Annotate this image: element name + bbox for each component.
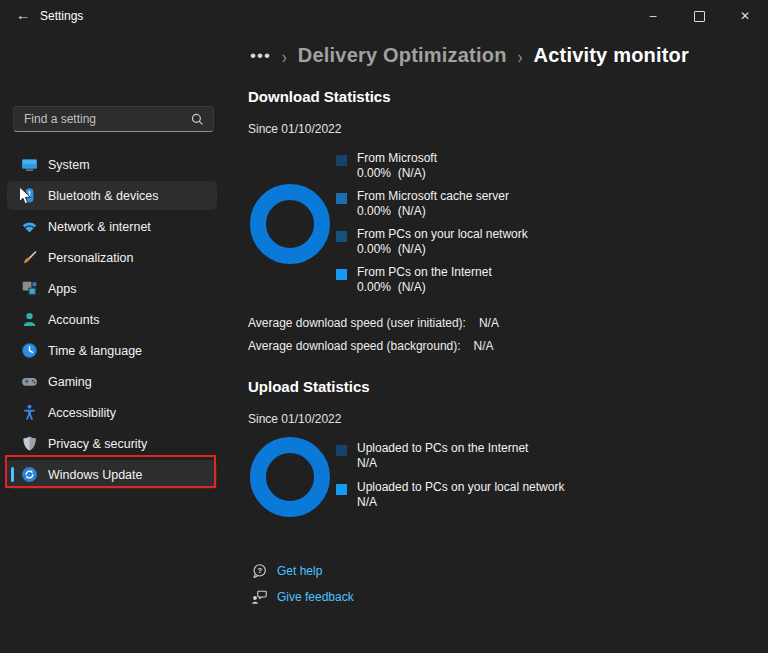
sidebar-item-accessibility[interactable]: Accessibility [7, 398, 217, 427]
upload-donut-chart [250, 437, 330, 517]
windows-update-icon [21, 466, 38, 483]
sidebar-nav: System Bluetooth & devices Network & int… [7, 150, 217, 491]
sidebar-item-label: Windows Update [48, 468, 143, 482]
sidebar-item-label: Privacy & security [48, 437, 147, 451]
sidebar-item-label: Bluetooth & devices [48, 189, 159, 203]
breadcrumb-overflow-button[interactable]: ••• [250, 47, 271, 64]
wifi-icon [21, 218, 38, 235]
sidebar-item-personalization[interactable]: Personalization [7, 243, 217, 272]
selected-indicator [11, 467, 14, 482]
avg-download-background: Average download speed (background):N/A [248, 339, 494, 353]
main-content: ••• › Delivery Optimization › Activity m… [246, 0, 762, 653]
chevron-right-icon: › [282, 45, 287, 65]
accessibility-person-icon [21, 404, 38, 421]
legend-item: From Microsoft0.00% (N/A) [336, 151, 756, 181]
upload-statistics-title: Upload Statistics [248, 378, 370, 395]
svg-text:?: ? [257, 566, 262, 575]
legend-item: From PCs on the Internet0.00% (N/A) [336, 265, 756, 295]
window-title: Settings [40, 0, 83, 32]
legend-item: Uploaded to PCs on your local networkN/A [336, 480, 756, 510]
legend-label: From Microsoft cache server [357, 189, 509, 204]
legend-swatch [336, 269, 347, 280]
back-button[interactable]: ← [8, 0, 38, 30]
legend-value: N/A [357, 456, 528, 471]
paintbrush-icon [21, 249, 38, 266]
legend-swatch [336, 193, 347, 204]
sidebar-item-label: Accounts [48, 313, 99, 327]
sidebar-item-system[interactable]: System [7, 150, 217, 179]
legend-label: From PCs on your local network [357, 227, 528, 242]
sidebar-item-label: System [48, 158, 90, 172]
sidebar-item-accounts[interactable]: Accounts [7, 305, 217, 334]
avg-download-user-initiated: Average download speed (user initiated):… [248, 316, 499, 330]
legend-item: From PCs on your local network0.00% (N/A… [336, 227, 756, 257]
sidebar-item-label: Accessibility [48, 406, 116, 420]
legend-swatch [336, 155, 347, 166]
sidebar-item-gaming[interactable]: Gaming [7, 367, 217, 396]
sidebar-item-windows-update[interactable]: Windows Update [7, 460, 217, 489]
bluetooth-icon [21, 187, 38, 204]
upload-since-date: Since 01/10/2022 [248, 412, 341, 426]
get-help-label: Get help [277, 564, 322, 578]
legend-item: Uploaded to PCs on the InternetN/A [336, 441, 756, 471]
give-feedback-link[interactable]: Give feedback [251, 587, 354, 607]
sidebar-item-label: Time & language [48, 344, 142, 358]
download-statistics-title: Download Statistics [248, 88, 391, 105]
download-since-date: Since 01/10/2022 [248, 122, 341, 136]
breadcrumb: ••• › Delivery Optimization › Activity m… [250, 40, 689, 70]
clock-icon [21, 342, 38, 359]
legend-item: From Microsoft cache server0.00% (N/A) [336, 189, 756, 219]
legend-value: 0.00% (N/A) [357, 280, 492, 295]
sidebar-item-apps[interactable]: Apps [7, 274, 217, 303]
legend-swatch [336, 231, 347, 242]
sidebar-item-label: Gaming [48, 375, 92, 389]
sidebar-item-network-internet[interactable]: Network & internet [7, 212, 217, 241]
person-icon [21, 311, 38, 328]
legend-value: 0.00% (N/A) [357, 204, 509, 219]
sidebar-item-privacy-security[interactable]: Privacy & security [7, 429, 217, 458]
legend-value: 0.00% (N/A) [357, 242, 528, 257]
avg-value: N/A [479, 316, 499, 330]
sidebar-item-label: Apps [48, 282, 77, 296]
sidebar-item-time-language[interactable]: Time & language [7, 336, 217, 365]
upload-legend: Uploaded to PCs on the InternetN/A Uploa… [336, 441, 756, 518]
legend-swatch [336, 445, 347, 456]
legend-swatch [336, 484, 347, 495]
shield-icon [21, 435, 38, 452]
avg-label: Average download speed (user initiated): [248, 316, 466, 330]
search-input[interactable] [14, 112, 190, 126]
apps-icon [21, 280, 38, 297]
give-feedback-label: Give feedback [277, 590, 354, 604]
help-bubble-icon: ? [251, 563, 268, 580]
chevron-right-icon: › [518, 45, 523, 65]
get-help-link[interactable]: ? Get help [251, 561, 322, 581]
legend-label: Uploaded to PCs on your local network [357, 480, 564, 495]
legend-label: From PCs on the Internet [357, 265, 492, 280]
sidebar-item-label: Network & internet [48, 220, 151, 234]
sidebar-item-bluetooth-devices[interactable]: Bluetooth & devices [7, 181, 217, 210]
legend-value: N/A [357, 495, 564, 510]
legend-value: 0.00% (N/A) [357, 166, 437, 181]
page-title: Activity monitor [534, 44, 689, 67]
legend-label: From Microsoft [357, 151, 437, 166]
legend-label: Uploaded to PCs on the Internet [357, 441, 528, 456]
system-icon [21, 156, 38, 173]
settings-window: ← Settings – ✕ System [0, 0, 768, 653]
search-icon [190, 112, 205, 127]
sidebar-item-label: Personalization [48, 251, 133, 265]
download-legend: From Microsoft0.00% (N/A) From Microsoft… [336, 151, 756, 303]
search-box[interactable] [13, 106, 214, 132]
avg-label: Average download speed (background): [248, 339, 461, 353]
feedback-icon [251, 589, 268, 606]
gamepad-icon [21, 373, 38, 390]
download-donut-chart [250, 184, 330, 264]
breadcrumb-delivery-optimization[interactable]: Delivery Optimization [298, 44, 507, 67]
avg-value: N/A [474, 339, 494, 353]
